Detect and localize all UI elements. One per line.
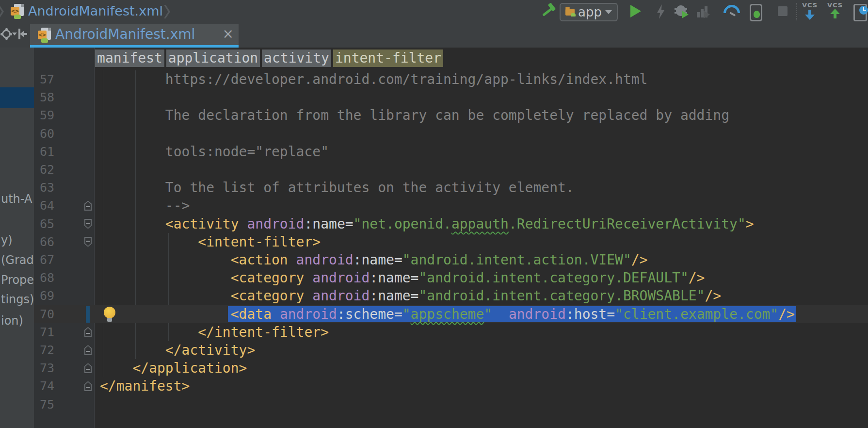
code-line[interactable]: 65 <activity android:name="net.openid.ap… [34,215,868,233]
code-line[interactable]: 68 <category android:name="android.inten… [34,269,868,287]
apply-changes-icon[interactable] [656,0,675,23]
line-number: 58 [34,88,54,106]
line-number: 70 [34,305,54,323]
run-config-label: app [578,5,602,19]
code-line-text[interactable]: --> [100,197,190,214]
code-editor-surface[interactable]: 57 https://developer.android.com/trainin… [34,70,868,428]
fold-marker-icon[interactable] [84,237,92,247]
code-line[interactable]: 61 tools:node="replace" [34,143,868,161]
fold-marker-icon[interactable] [84,219,92,229]
android-studio-window: <> AndroidManifest.xml app VCSVCS <> And… [0,0,868,428]
chevron-right-icon [0,5,4,18]
title-breadcrumb[interactable]: AndroidManifest.xml [28,3,163,18]
breadcrumb-intent-filter[interactable]: intent-filter [333,49,443,67]
code-line[interactable]: 59 The declaration from the library can … [34,106,868,124]
code-line[interactable]: 71 </intent-filter> [34,323,868,341]
code-line-text[interactable]: To the list of attributes on the activit… [100,179,574,197]
vcs-label: VCS [825,1,845,9]
hide-panel-icon[interactable] [18,29,28,39]
line-number: 60 [34,125,54,143]
chevron-down-icon [605,10,612,14]
code-line[interactable]: 60 [34,125,868,143]
code-line-text[interactable]: </intent-filter> [100,323,329,341]
line-number: 74 [34,377,54,395]
project-tree-item-fragment[interactable]: (Grad [1,253,34,267]
line-number: 63 [34,179,54,197]
tab-androidmanifest[interactable]: <> AndroidManifest.xml × [30,24,239,45]
code-line[interactable]: 75 [34,395,868,413]
code-line-text[interactable]: <action android:name="android.intent.act… [100,251,648,269]
project-tree-selected-row[interactable] [0,87,34,108]
build-hammer-icon[interactable] [541,0,560,23]
code-line-text[interactable]: <category android:name="android.intent.c… [100,287,721,305]
line-number: 75 [34,395,54,413]
line-number: 69 [34,287,54,305]
code-line[interactable]: 62 [34,161,868,179]
fold-marker-icon[interactable] [84,345,92,355]
code-line-text[interactable]: </application> [100,359,247,377]
close-icon[interactable]: × [223,26,234,42]
code-line[interactable]: 67 <action android:name="android.intent.… [34,251,868,269]
code-line[interactable]: 74</manifest> [34,377,868,395]
code-line-text[interactable]: </activity> [100,341,255,359]
project-tree-item-fragment[interactable]: ion) [1,314,23,328]
breadcrumbs: manifestapplicationactivityintent-filter [0,49,868,67]
fold-marker-icon[interactable] [84,363,92,373]
code-line-text[interactable]: The declaration from the library can be … [100,106,729,124]
project-tree-item-fragment[interactable]: y) [1,233,13,247]
code-line-text[interactable]: </manifest> [100,377,190,395]
debug-icon[interactable] [676,0,695,23]
code-line[interactable]: 73 </application> [34,359,868,377]
line-number: 72 [34,341,54,359]
profile-icon[interactable] [697,0,716,23]
breadcrumb-manifest[interactable]: manifest [95,49,164,67]
code-line[interactable]: 72 </activity> [34,341,868,359]
fold-marker-icon[interactable] [84,381,92,391]
line-number: 65 [34,215,54,233]
line-number: 71 [34,323,54,341]
code-line[interactable]: 66 <intent-filter> [34,233,868,251]
manifest-file-icon: <> [38,28,51,43]
code-line-text[interactable]: <data android:scheme="appscheme" android… [100,305,796,323]
line-number: 66 [34,233,54,251]
code-line-text[interactable]: https://developer.android.com/training/a… [100,70,647,88]
code-line[interactable]: 58 [34,88,868,106]
device-clock-icon[interactable] [853,0,868,23]
fold-marker-icon[interactable] [84,327,92,337]
fold-marker-icon[interactable] [84,200,92,211]
project-panel-sliver: uth-Ay)(GradPropetings)ion) [0,48,34,428]
attach-debugger-icon[interactable] [750,0,769,23]
gutter-caret-marker [86,306,90,323]
code-line[interactable]: 70 <data android:scheme="appscheme" andr… [34,305,868,323]
breadcrumb-activity[interactable]: activity [262,49,331,67]
title-bar: <> AndroidManifest.xml app VCSVCS [0,0,868,24]
run-icon[interactable] [630,0,650,23]
manifest-file-icon: <> [11,4,24,19]
line-number: 62 [34,161,54,179]
run-config-selector[interactable]: app [560,3,618,21]
line-number: 73 [34,359,54,377]
code-line-text[interactable]: <activity android:name="net.openid.appau… [100,215,754,233]
project-tree-item-fragment[interactable]: tings) [1,293,34,306]
code-line-text[interactable]: tools:node="replace" [100,143,329,161]
line-number: 57 [34,70,54,88]
project-tree-item-fragment[interactable]: Prope [1,273,34,287]
code-line[interactable]: 69 <category android:name="android.inten… [34,287,868,305]
code-line[interactable]: 64 --> [34,197,868,214]
code-line[interactable]: 63 To the list of attributes on the acti… [34,179,868,197]
line-number: 64 [34,197,54,214]
breadcrumb-application[interactable]: application [166,49,260,67]
stop-icon [778,0,797,23]
line-number: 61 [34,143,54,161]
code-line[interactable]: 57 https://developer.android.com/trainin… [34,70,868,88]
profiler-gauge-icon[interactable] [723,0,743,23]
code-line-text[interactable]: <category android:name="android.intent.c… [100,269,705,287]
line-number: 68 [34,269,54,287]
project-tree-item-fragment[interactable]: uth-A [1,192,32,206]
gear-icon[interactable] [1,29,11,39]
vcs-commit-icon[interactable]: VCS [825,0,845,23]
vcs-update-icon[interactable]: VCS [800,0,820,23]
code-line-text[interactable]: <intent-filter> [100,233,321,251]
line-number: 59 [34,106,54,124]
chevron-down-icon[interactable] [12,33,17,35]
